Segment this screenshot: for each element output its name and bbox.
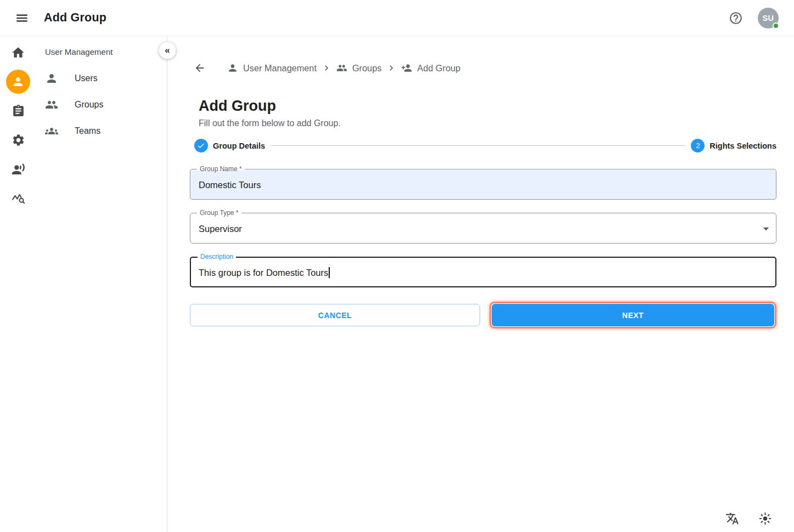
app-bar-title: Add Group (44, 11, 106, 25)
double-chevron-left-icon: « (165, 45, 170, 56)
settings-icon (12, 133, 25, 147)
top-app-bar: Add Group SU (0, 0, 794, 36)
breadcrumb-items: User Management Groups (227, 63, 460, 73)
avatar-initials: SU (763, 14, 774, 22)
stepper-connector (271, 145, 685, 146)
rail-user-management-button[interactable] (6, 70, 30, 94)
step-number-badge: 2 (691, 139, 705, 152)
main-content: User Management Groups (168, 36, 794, 532)
online-status-dot (773, 22, 779, 29)
sidebar-item-users[interactable]: Users (36, 65, 167, 92)
sidebar: User Management Users Groups (0, 36, 167, 532)
group-name-input[interactable]: Domestic Tours (190, 170, 754, 200)
check-icon (197, 142, 205, 150)
brightness-icon (758, 512, 772, 525)
rail-home-button[interactable] (5, 39, 31, 66)
sidebar-item-groups[interactable]: Groups (36, 92, 167, 118)
hamburger-icon (15, 11, 29, 25)
chevron-right-icon (321, 63, 332, 73)
description-input[interactable]: This group is for Domestic Tours (190, 258, 754, 287)
sidebar-item-label: Groups (75, 100, 103, 110)
step-group-details[interactable]: Group Details (194, 139, 265, 152)
theme-toggle-button[interactable] (756, 509, 774, 528)
cancel-button[interactable]: CANCEL (190, 304, 480, 326)
sidebar-menu: User Management Users Groups (36, 36, 167, 532)
icon-rail (0, 36, 36, 532)
corner-toolbar (723, 509, 774, 528)
form-actions: CANCEL NEXT (190, 302, 776, 329)
breadcrumb-label: User Management (243, 63, 317, 73)
chevron-right-icon (386, 63, 397, 73)
breadcrumb-label: Add Group (417, 63, 460, 73)
breadcrumb-label: Groups (352, 63, 381, 73)
arrow-back-icon (194, 62, 206, 74)
breadcrumb-user-management[interactable]: User Management (227, 63, 317, 73)
sidebar-collapse-button[interactable]: « (159, 42, 176, 59)
breadcrumb-add-group[interactable]: Add Group (401, 63, 460, 73)
menu-button[interactable] (11, 7, 33, 29)
person-icon (12, 75, 25, 88)
step-rights-selections[interactable]: 2 Rights Selections (691, 139, 776, 152)
sidebar-section-title: User Management (36, 47, 167, 56)
translate-icon (725, 512, 739, 525)
help-icon (729, 11, 743, 25)
sidebar-item-teams[interactable]: Teams (36, 118, 167, 144)
sidebar-menu-list: Users Groups Teams (36, 65, 167, 144)
breadcrumb: User Management Groups (190, 57, 776, 79)
group-type-select[interactable]: Supervisor (190, 214, 754, 244)
next-button[interactable]: NEXT (492, 304, 774, 326)
home-icon (11, 46, 25, 60)
app-bar-actions: SU (725, 7, 779, 29)
description-text: This group is for Domestic Tours (199, 268, 328, 278)
group-type-field[interactable]: Group Type * Supervisor (190, 214, 776, 244)
text-cursor (329, 267, 330, 278)
person-add-icon (401, 63, 412, 73)
next-button-highlight-ring: NEXT (489, 302, 776, 329)
user-avatar[interactable]: SU (758, 8, 779, 29)
record-voice-over-icon (12, 162, 25, 176)
groups-icon (45, 124, 58, 138)
person-icon (227, 63, 238, 73)
language-button[interactable] (723, 509, 741, 528)
back-button[interactable] (190, 58, 210, 78)
step-completed-check (194, 139, 208, 152)
query-stats-icon (12, 191, 25, 205)
rail-analytics-button[interactable] (5, 185, 31, 211)
breadcrumb-groups[interactable]: Groups (336, 63, 381, 73)
help-button[interactable] (725, 7, 747, 29)
step-label: Rights Selections (709, 142, 776, 150)
group-name-field: Group Name * Domestic Tours (190, 170, 776, 200)
rail-assignments-button[interactable] (5, 98, 31, 124)
sidebar-item-label: Teams (75, 126, 100, 136)
rail-announcements-button[interactable] (5, 156, 31, 182)
app-root: Add Group SU (0, 0, 794, 532)
step-label: Group Details (213, 142, 265, 150)
people-icon (45, 98, 58, 111)
people-icon (336, 63, 347, 73)
dropdown-arrow-icon[interactable] (759, 222, 773, 236)
person-icon (45, 72, 58, 85)
assignment-icon (12, 104, 25, 118)
description-field: Description This group is for Domestic T… (190, 258, 776, 287)
rail-settings-button[interactable] (5, 127, 31, 153)
page-subtitle: Fill out the form below to add Group. (199, 118, 776, 128)
stepper: Group Details 2 Rights Selections (194, 139, 776, 152)
sidebar-item-label: Users (75, 73, 98, 83)
page-title: Add Group (199, 98, 776, 115)
